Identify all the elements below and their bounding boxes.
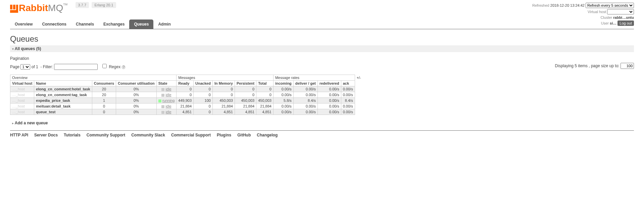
col-incoming[interactable]: incoming bbox=[273, 81, 293, 86]
cell-util: 0% bbox=[116, 109, 156, 115]
col-unacked[interactable]: Unacked bbox=[194, 81, 213, 86]
cell-vhost: …_host bbox=[10, 109, 34, 115]
col-total[interactable]: Total bbox=[256, 81, 274, 86]
cell-state[interactable]: idle bbox=[156, 86, 177, 92]
cell-deliver: 0.00/s bbox=[293, 103, 317, 109]
cell-ack: 8.4/s bbox=[341, 98, 355, 103]
add-queue-toggle[interactable]: Add a new queue bbox=[10, 120, 634, 126]
tab-exchanges[interactable]: Exchanges bbox=[99, 19, 129, 29]
cell-incoming: 0.00/s bbox=[273, 86, 293, 92]
footer-http-api[interactable]: HTTP API bbox=[10, 133, 28, 137]
cell-unacked: 100 bbox=[194, 98, 213, 103]
filter-label: - Filter: bbox=[40, 65, 53, 69]
version-info: 3.7.7 Erlang 20.1 bbox=[76, 3, 118, 7]
table-row: …_hostelong_cn_comment:hotel_task200%idl… bbox=[10, 86, 363, 92]
svg-rect-1 bbox=[13, 5, 15, 9]
col-state[interactable]: State bbox=[156, 81, 177, 86]
col-name[interactable]: Name bbox=[34, 81, 92, 86]
footer-changelog[interactable]: Changelog bbox=[257, 133, 278, 137]
logo-rabbit: Rabbit bbox=[19, 3, 48, 13]
cell-inmem: 450,003 bbox=[212, 98, 235, 103]
logo[interactable]: RabbitMQTM bbox=[10, 3, 67, 13]
cell-name[interactable]: elong_cn_comment:hotel_task bbox=[34, 86, 92, 92]
col-redelivered[interactable]: redelivered bbox=[317, 81, 341, 86]
cell-persist: 4,851 bbox=[235, 109, 256, 115]
cluster-label: Cluster bbox=[600, 15, 612, 19]
footer-community-slack[interactable]: Community Slack bbox=[131, 133, 165, 137]
regex-help-icon[interactable]: ? bbox=[121, 65, 126, 69]
cell-redeliv: 0.00/s bbox=[317, 92, 341, 98]
page-select[interactable]: 1 bbox=[20, 64, 30, 70]
tab-channels[interactable]: Channels bbox=[71, 19, 99, 29]
filter-input[interactable] bbox=[54, 64, 98, 70]
cell-consumers: 1 bbox=[92, 98, 116, 103]
cell-redeliv: 0.00/s bbox=[317, 109, 341, 115]
footer-commercial-support[interactable]: Commercial Support bbox=[171, 133, 211, 137]
cell-incoming: 0.00/s bbox=[273, 103, 293, 109]
cell-total: 21,884 bbox=[256, 103, 274, 109]
footer-plugins[interactable]: Plugins bbox=[217, 133, 231, 137]
cell-state[interactable]: idle bbox=[156, 103, 177, 109]
group-messages: Messages bbox=[177, 75, 274, 81]
table-row: …_hostexpedia_price_task10%running449,90… bbox=[10, 98, 363, 103]
cell-incoming: 5.8/s bbox=[273, 98, 293, 103]
footer-community-support[interactable]: Community Support bbox=[87, 133, 125, 137]
cell-name[interactable]: meituan:detail_task bbox=[34, 103, 92, 109]
logout-button[interactable]: Log out bbox=[617, 20, 634, 26]
all-queues-label: All queues (5) bbox=[15, 46, 41, 51]
refresh-interval-select[interactable]: Refresh every 5 seconds bbox=[586, 3, 634, 8]
regex-checkbox[interactable] bbox=[102, 64, 107, 68]
tab-connections[interactable]: Connections bbox=[37, 19, 71, 29]
footer-github[interactable]: GitHub bbox=[237, 133, 251, 137]
table-row: …_hostelong_cn_comment:tag_task200%idle0… bbox=[10, 92, 363, 98]
page-size-input[interactable] bbox=[621, 63, 634, 69]
cell-state[interactable]: idle bbox=[156, 109, 177, 115]
cell-vhost: …_host bbox=[10, 92, 34, 98]
cell-deliver: 0.00/s bbox=[293, 86, 317, 92]
cell-total: 4,851 bbox=[256, 109, 274, 115]
logo-tm: TM bbox=[63, 3, 67, 6]
col-persistent[interactable]: Persistent bbox=[235, 81, 256, 86]
col-deliver-get[interactable]: deliver / get bbox=[293, 81, 317, 86]
tab-overview[interactable]: Overview bbox=[10, 19, 37, 29]
col-consumer-utilisation[interactable]: Consumer utilisation bbox=[116, 81, 156, 86]
cell-util: 0% bbox=[116, 92, 156, 98]
cell-incoming: 0.00/s bbox=[273, 92, 293, 98]
add-queue-label: Add a new queue bbox=[15, 121, 48, 125]
page-title: Queues bbox=[10, 34, 634, 44]
cell-state[interactable]: running bbox=[156, 98, 177, 103]
cell-name[interactable]: queue_test bbox=[34, 109, 92, 115]
col-ready[interactable]: Ready bbox=[177, 81, 194, 86]
cell-persist: 21,884 bbox=[235, 103, 256, 109]
col-consumers[interactable]: Consumers bbox=[92, 81, 116, 86]
cell-vhost: …_host bbox=[10, 86, 34, 92]
col-ack[interactable]: ack bbox=[341, 81, 355, 86]
page-of: of 1 bbox=[32, 65, 38, 69]
cell-incoming: 0.00/s bbox=[273, 109, 293, 115]
columns-add-remove[interactable]: +/- bbox=[355, 75, 363, 81]
cell-unacked: 0 bbox=[194, 109, 213, 115]
footer-server-docs[interactable]: Server Docs bbox=[34, 133, 58, 137]
cell-state[interactable]: idle bbox=[156, 92, 177, 98]
tab-queues[interactable]: Queues bbox=[129, 19, 153, 29]
cell-total: 450,003 bbox=[256, 98, 274, 103]
cell-vhost: …_host bbox=[10, 98, 34, 103]
cell-consumers: 0 bbox=[92, 109, 116, 115]
footer-tutorials[interactable]: Tutorials bbox=[64, 133, 81, 137]
rabbitmq-version: 3.7.7 bbox=[76, 2, 89, 8]
vhost-select[interactable] bbox=[607, 9, 634, 14]
cell-util: 0% bbox=[116, 86, 156, 92]
cell-name[interactable]: elong_cn_comment:tag_task bbox=[34, 92, 92, 98]
cell-ack: 0.00/s bbox=[341, 86, 355, 92]
footer: HTTP APIServer DocsTutorialsCommunity Su… bbox=[10, 130, 634, 137]
col-virtual-host[interactable]: Virtual host bbox=[10, 81, 34, 86]
cell-ack: 0.00/s bbox=[341, 109, 355, 115]
col-in-memory[interactable]: In Memory bbox=[212, 81, 235, 86]
cell-util: 0% bbox=[116, 103, 156, 109]
cell-unacked: 0 bbox=[194, 92, 213, 98]
cell-inmem: 21,884 bbox=[212, 103, 235, 109]
user-value: si… bbox=[610, 21, 616, 25]
all-queues-toggle[interactable]: All queues (5) bbox=[10, 45, 634, 52]
tab-admin[interactable]: Admin bbox=[153, 19, 175, 29]
cell-name[interactable]: expedia_price_task bbox=[34, 98, 92, 103]
